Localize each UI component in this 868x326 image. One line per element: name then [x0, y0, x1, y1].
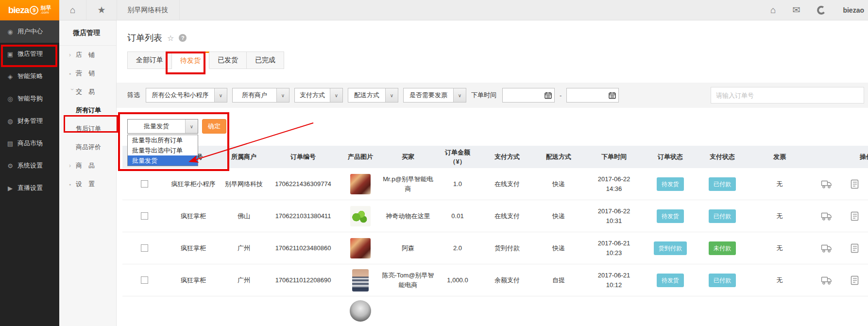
submenu-item-aftersale-orders[interactable]: 售后订单 [59, 120, 116, 138]
mail-icon[interactable]: ✉ [793, 4, 800, 16]
table-row: 疯狂掌柜小程序 别早网络科技 1706221436309774 Mr.p@别早智… [122, 168, 868, 200]
order-detail-icon[interactable] [850, 179, 860, 189]
pay-method: 在线支付 [481, 200, 533, 232]
order-detail-icon[interactable] [850, 243, 860, 253]
product-image[interactable] [350, 300, 371, 322]
tab-shipped[interactable]: 已发货 [209, 51, 247, 69]
table-header-row: 公众号 所属商户 订单编号 产品图片 买家 订单金额 （¥） 支付方式 配送方式… [122, 146, 868, 168]
delivery-method: 快递 [533, 232, 584, 264]
submenu-header: 微店管理 [59, 20, 116, 46]
row-checkbox[interactable] [141, 180, 148, 188]
star-icon[interactable]: ★ [86, 0, 117, 20]
submenu: 微店管理 ›店 铺 ●营 销 ›交 易 所有订单 售后订单 商品评价 ›商 品 … [59, 20, 117, 326]
col-header-merchant: 所属商户 [221, 146, 267, 168]
dropdown-option-batch-ship[interactable]: 批量发货 [128, 155, 198, 166]
ship-truck-icon[interactable] [821, 179, 833, 189]
col-header-order-status: 订单状态 [644, 146, 697, 168]
sidebar-item-goods-market[interactable]: ▤商品市场 [0, 132, 59, 154]
batch-action-dropdown: 批量导出所有订单 批量导出选中订单 批量发货 [127, 135, 198, 166]
sidebar-item-live-settings[interactable]: ▶直播设置 [0, 177, 59, 199]
tab-all-orders[interactable]: 全部订单 [127, 51, 172, 69]
row-checkbox[interactable] [141, 276, 148, 284]
submenu-item-goods[interactable]: ›商 品 [59, 156, 116, 175]
topbar: bieza 9 别早 .com ⌂ ★ 别早网络科技 ⌂ ✉ biezao [0, 0, 868, 20]
submenu-item-trade[interactable]: ›交 易 [59, 83, 116, 101]
invoice-value: 无 [748, 168, 811, 200]
help-icon[interactable]: ? [179, 34, 187, 42]
chevron-right-icon: › [69, 51, 76, 58]
buyer-name: Mr.p@别早智能电商 [382, 168, 434, 200]
product-image[interactable] [350, 174, 371, 194]
buyer-name: 阿森 [382, 232, 434, 264]
calendar-icon[interactable] [609, 92, 616, 99]
ship-truck-icon[interactable] [821, 243, 833, 253]
channel-select[interactable]: 所有公众号和小程序∨ [146, 88, 227, 103]
order-number-input[interactable] [711, 87, 864, 103]
invoice-select[interactable]: 是否需要发票∨ [403, 88, 466, 103]
order-detail-icon[interactable] [850, 275, 860, 285]
company-name: 别早网络科技 [117, 0, 180, 20]
batch-action-select[interactable]: 批量发货 ∨ [127, 119, 198, 134]
invoice-value: 无 [748, 232, 811, 264]
sidebar-item-smart-strategy[interactable]: ◈智能策略 [0, 65, 59, 87]
merchant-name: 广州 [221, 264, 267, 296]
merchant-name: 广州 [221, 232, 267, 264]
sidebar: ◉用户中心 ▣微店管理 ◈智能策略 ◎智能导购 ◍财务管理 ▤商品市场 ⚙系统设… [0, 20, 59, 326]
row-checkbox[interactable] [141, 244, 148, 252]
submenu-item-marketing[interactable]: ●营 销 [59, 64, 116, 83]
calendar-icon[interactable] [545, 92, 552, 99]
col-header-pay-method: 支付方式 [481, 146, 533, 168]
home-icon[interactable]: ⌂ [59, 0, 86, 20]
payment-method-select[interactable]: 支付方式∨ [294, 88, 343, 103]
dropdown-option-export-selected[interactable]: 批量导出选中订单 [128, 145, 198, 155]
merchant-name: 佛山 [221, 200, 267, 232]
row-checkbox[interactable] [141, 212, 148, 220]
sidebar-item-finance[interactable]: ◍财务管理 [0, 110, 59, 132]
home-icon[interactable]: ⌂ [770, 5, 776, 16]
order-status-badge: 货到付款 [654, 241, 687, 255]
product-image[interactable] [350, 206, 371, 226]
delivery-method: 快递 [533, 168, 584, 200]
product-image[interactable] [352, 269, 369, 292]
sidebar-item-system-settings[interactable]: ⚙系统设置 [0, 154, 59, 177]
pay-method: 货到付款 [481, 232, 533, 264]
order-status-badge: 待发货 [657, 209, 684, 223]
col-header-invoice: 发票 [748, 146, 811, 168]
date-from-input[interactable] [502, 88, 555, 103]
order-detail-icon[interactable] [850, 211, 860, 221]
invoice-value: 无 [748, 264, 811, 296]
ship-truck-icon[interactable] [821, 275, 833, 285]
submenu-item-product-reviews[interactable]: 商品评价 [59, 138, 116, 156]
pay-status-badge: 已付款 [709, 177, 736, 191]
sidebar-item-user-center[interactable]: ◉用户中心 [0, 20, 59, 43]
confirm-button[interactable]: 确定 [202, 119, 226, 134]
date-to-input[interactable] [566, 88, 619, 103]
order-time: 2017-06-22 14:36 [584, 168, 644, 200]
sidebar-item-shop-management[interactable]: ▣微店管理 [0, 43, 59, 65]
ship-truck-icon[interactable] [821, 211, 833, 221]
shop-name: 疯狂掌柜小程序 [166, 168, 221, 200]
order-status-badge: 待发货 [657, 274, 684, 287]
shop-name: 疯狂掌柜 [166, 200, 221, 232]
merchant-select[interactable]: 所有商户∨ [232, 88, 289, 103]
filter-label: 筛选 [127, 91, 140, 100]
tab-pending-shipment[interactable]: 待发货 [172, 51, 209, 69]
support-icon[interactable] [817, 5, 826, 15]
delivery-method-select[interactable]: 配送方式∨ [348, 88, 398, 103]
logo[interactable]: bieza 9 别早 .com [0, 0, 59, 20]
invoice-value: 无 [748, 200, 811, 232]
submenu-item-settings[interactable]: ●设 置 [59, 175, 116, 193]
product-image[interactable] [350, 238, 371, 258]
batch-action-row: 批量发货 ∨ 确定 批量导出所有订单 批量导出选中订单 批量发货 [117, 119, 868, 134]
tab-completed[interactable]: 已完成 [247, 51, 284, 69]
favorite-star-icon[interactable]: ☆ [167, 34, 174, 43]
submenu-item-all-orders[interactable]: 所有订单 [59, 101, 116, 120]
username[interactable]: biezao [843, 6, 864, 14]
delivery-method: 自提 [533, 264, 584, 296]
dropdown-option-export-all[interactable]: 批量导出所有订单 [128, 135, 198, 145]
order-time-label: 下单时间 [471, 91, 496, 100]
col-header-amount: 订单金额 （¥） [434, 146, 481, 168]
gear-icon: ⚙ [6, 162, 14, 170]
sidebar-item-smart-guide[interactable]: ◎智能导购 [0, 87, 59, 110]
submenu-item-shop[interactable]: ›店 铺 [59, 46, 116, 64]
